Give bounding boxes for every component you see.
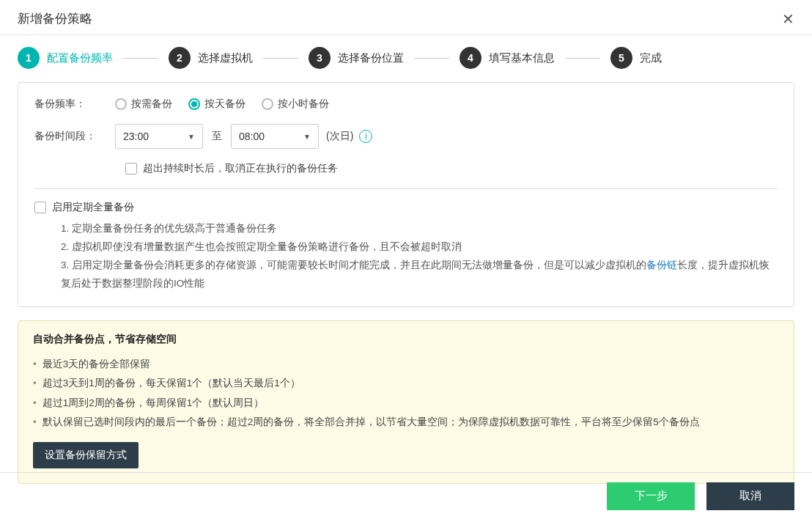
- config-panel: 备份频率： 按需备份 按天备份 按小时备份: [18, 82, 794, 307]
- step-number: 5: [610, 47, 632, 69]
- time-start-select[interactable]: 23:00 ▼: [115, 124, 203, 149]
- timeout-checkbox-row[interactable]: 超出持续时长后，取消正在执行的备份任务: [125, 162, 778, 175]
- next-day-label: (次日): [326, 130, 353, 143]
- next-button[interactable]: 下一步: [607, 482, 695, 510]
- radio-label: 按天备份: [204, 97, 246, 111]
- step-2[interactable]: 2 选择虚拟机: [169, 47, 253, 69]
- step-label: 选择备份位置: [338, 51, 404, 65]
- step-separator: [123, 58, 158, 59]
- dialog-header: 新增备份策略 ✕: [0, 0, 812, 35]
- freq-label: 备份频率：: [34, 97, 115, 111]
- step-number: 2: [169, 47, 191, 69]
- retention-info-panel: 自动合并备份点，节省存储空间 最近3天的备份全部保留 超过3天到1周的备份，每天…: [18, 320, 794, 484]
- step-5[interactable]: 5 完成: [610, 47, 662, 69]
- note-item: 3. 启用定期全量备份会消耗更多的存储资源，可能需要较长时间才能完成，并且在此期…: [61, 257, 778, 293]
- step-separator: [414, 58, 449, 59]
- radio-label: 按小时备份: [278, 97, 329, 111]
- time-start-value: 23:00: [123, 130, 149, 142]
- step-number: 4: [459, 47, 481, 69]
- step-separator: [263, 58, 298, 59]
- radio-icon: [115, 98, 127, 110]
- full-backup-notes: 1. 定期全量备份任务的优先级高于普通备份任务 2. 虚拟机即使没有增量数据产生…: [34, 220, 778, 293]
- note-item: 1. 定期全量备份任务的优先级高于普通备份任务: [61, 220, 778, 238]
- info-item: 超过3天到1周的备份，每天保留1个（默认当天最后1个）: [33, 374, 779, 393]
- info-item: 最近3天的备份全部保留: [33, 355, 779, 374]
- close-icon[interactable]: ✕: [782, 12, 794, 26]
- radio-daily[interactable]: 按天备份: [188, 97, 246, 111]
- dialog-footer: 下一步 取消: [0, 472, 812, 519]
- timeout-checkbox-label: 超出持续时长后，取消正在执行的备份任务: [143, 162, 338, 175]
- info-panel-title: 自动合并备份点，节省存储空间: [33, 333, 779, 346]
- step-number: 3: [309, 47, 331, 69]
- step-label: 完成: [640, 51, 662, 65]
- checkbox-icon: [125, 163, 137, 174]
- step-1[interactable]: 1 配置备份频率: [18, 47, 113, 69]
- full-backup-checkbox-row[interactable]: 启用定期全量备份: [34, 201, 778, 220]
- chevron-down-icon: ▼: [188, 133, 195, 141]
- radio-ondemand[interactable]: 按需备份: [115, 97, 172, 111]
- dialog: 新增备份策略 ✕ 1 配置备份频率 2 选择虚拟机 3 选择备份位置 4 填写基…: [0, 0, 812, 519]
- step-3[interactable]: 3 选择备份位置: [309, 47, 404, 69]
- cancel-button[interactable]: 取消: [706, 482, 794, 510]
- step-separator: [565, 58, 600, 59]
- step-number: 1: [18, 47, 40, 69]
- dialog-title: 新增备份策略: [18, 10, 92, 27]
- step-label: 选择虚拟机: [198, 51, 253, 65]
- info-icon[interactable]: i: [359, 130, 372, 143]
- info-item: 默认保留已选时间段内的最后一个备份；超过2周的备份，将全部合并掉，以节省大量空间…: [33, 413, 779, 432]
- radio-icon: [262, 98, 273, 110]
- radio-hourly[interactable]: 按小时备份: [262, 97, 329, 111]
- backup-chain-link[interactable]: 备份链: [646, 260, 677, 270]
- divider: [34, 188, 778, 189]
- chevron-down-icon: ▼: [303, 133, 311, 141]
- set-retention-button[interactable]: 设置备份保留方式: [33, 442, 139, 468]
- full-backup-checkbox-label: 启用定期全量备份: [52, 201, 134, 214]
- wizard-steps: 1 配置备份频率 2 选择虚拟机 3 选择备份位置 4 填写基本信息 5 完成: [0, 35, 812, 82]
- radio-label: 按需备份: [131, 97, 172, 111]
- radio-icon: [188, 98, 200, 110]
- time-label: 备份时间段：: [34, 130, 115, 143]
- time-end-value: 08:00: [239, 130, 265, 142]
- checkbox-icon: [34, 202, 46, 213]
- step-label: 配置备份频率: [47, 51, 113, 65]
- note-item: 2. 虚拟机即使没有增量数据产生也会按照定期全量备份策略进行备份，且不会被超时取…: [61, 238, 778, 257]
- info-list: 最近3天的备份全部保留 超过3天到1周的备份，每天保留1个（默认当天最后1个） …: [33, 355, 779, 432]
- step-4[interactable]: 4 填写基本信息: [459, 47, 555, 69]
- step-label: 填写基本信息: [489, 51, 555, 65]
- info-item: 超过1周到2周的备份，每周保留1个（默认周日）: [33, 394, 779, 413]
- time-separator: 至: [212, 130, 222, 143]
- freq-radio-group: 按需备份 按天备份 按小时备份: [115, 97, 329, 111]
- time-end-select[interactable]: 08:00 ▼: [231, 124, 319, 149]
